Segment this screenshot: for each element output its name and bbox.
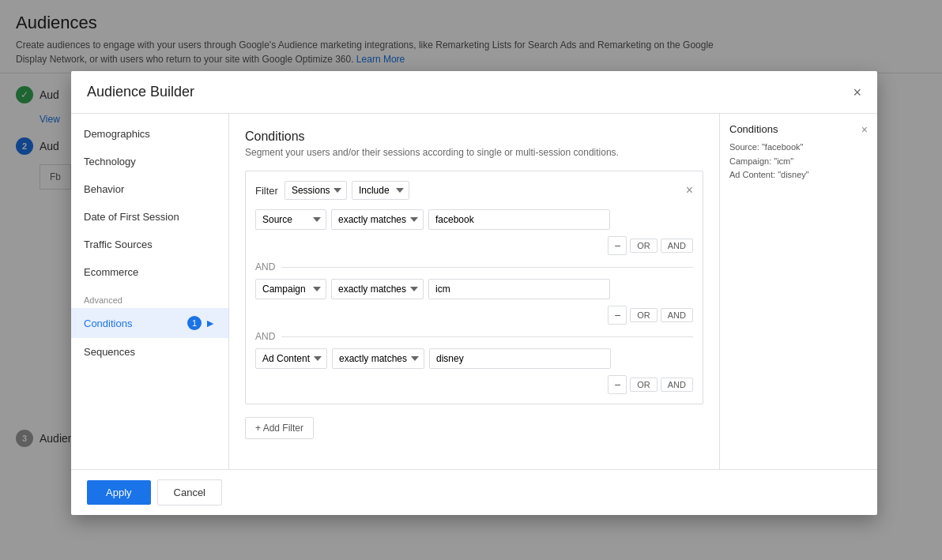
condition-and-button-3[interactable]: AND xyxy=(661,378,693,392)
condition-minus-button-1[interactable]: − xyxy=(608,236,627,255)
condition-row-2: Campaign exactly matches − OR AND xyxy=(255,279,693,325)
dialog-close-button[interactable]: × xyxy=(853,85,861,100)
sidebar-item-demographics[interactable]: Demographics xyxy=(71,120,228,148)
audience-builder-dialog: Audience Builder × Demographics Technolo… xyxy=(71,71,877,515)
sidebar-item-date-of-first-session[interactable]: Date of First Session xyxy=(71,203,228,231)
right-condition-line-1: Source: "facebook" xyxy=(729,141,868,155)
condition-buttons-3: − OR AND xyxy=(255,375,693,394)
condition-or-button-1[interactable]: OR xyxy=(630,239,658,253)
dialog-body: Demographics Technology Behavior Date of… xyxy=(71,114,877,469)
dialog-sidebar: Demographics Technology Behavior Date of… xyxy=(71,114,229,469)
advanced-group-label: Advanced xyxy=(71,286,228,308)
condition-buttons-1: − OR AND xyxy=(255,236,693,255)
condition-value-input-2[interactable] xyxy=(428,279,610,299)
filter-label: Filter xyxy=(255,185,278,197)
sidebar-item-ecommerce[interactable]: Ecommerce xyxy=(71,258,228,286)
dialog-title: Audience Builder xyxy=(87,84,194,100)
condition-operator-select-2[interactable]: exactly matches xyxy=(331,279,424,299)
right-panel-header: Conditions × xyxy=(729,123,868,136)
and-separator-2: AND xyxy=(255,331,693,342)
condition-field-select-3[interactable]: Ad Content xyxy=(255,348,327,369)
filter-block: Filter Sessions Users Include Exclude × xyxy=(245,171,703,404)
and-separator-1: AND xyxy=(255,261,693,272)
condition-operator-select-1[interactable]: exactly matches xyxy=(331,209,424,230)
dialog-right-panel: Conditions × Source: "facebook" Campaign… xyxy=(719,114,877,469)
conditions-arrow-icon: ► xyxy=(205,317,216,329)
filter-sessions-select[interactable]: Sessions Users xyxy=(284,181,347,200)
condition-and-button-2[interactable]: AND xyxy=(661,308,693,322)
condition-fields-2: Campaign exactly matches xyxy=(255,279,693,299)
condition-value-input-1[interactable] xyxy=(428,209,610,230)
right-panel-conditions-text: Source: "facebook" Campaign: "icm" Ad Co… xyxy=(729,141,868,182)
condition-value-input-3[interactable] xyxy=(429,348,611,369)
dialog-header: Audience Builder × xyxy=(71,71,877,114)
sidebar-item-behavior[interactable]: Behavior xyxy=(71,175,228,203)
add-filter-button[interactable]: + Add Filter xyxy=(245,417,314,439)
filter-header-row: Filter Sessions Users Include Exclude × xyxy=(255,181,693,200)
sidebar-item-sequences[interactable]: Sequences xyxy=(71,338,228,366)
condition-buttons-2: − OR AND xyxy=(255,306,693,325)
cancel-button[interactable]: Cancel xyxy=(157,479,222,506)
right-panel-close-button[interactable]: × xyxy=(861,123,868,136)
condition-field-select-1[interactable]: Source xyxy=(255,209,326,230)
sidebar-item-technology[interactable]: Technology xyxy=(71,148,228,175)
sidebar-item-traffic-sources[interactable]: Traffic Sources xyxy=(71,231,228,258)
condition-row-3: Ad Content exactly matches − OR AND xyxy=(255,348,693,394)
condition-fields-3: Ad Content exactly matches xyxy=(255,348,693,369)
apply-button[interactable]: Apply xyxy=(87,480,151,505)
condition-row-1: Source exactly matches − OR AND xyxy=(255,209,693,255)
condition-and-button-1[interactable]: AND xyxy=(661,239,693,253)
condition-operator-select-3[interactable]: exactly matches xyxy=(332,348,424,369)
condition-field-select-2[interactable]: Campaign xyxy=(255,279,326,299)
condition-or-button-2[interactable]: OR xyxy=(630,308,658,322)
dialog-main: Conditions Segment your users and/or the… xyxy=(229,114,719,469)
page-background: Audiences Create audiences to engage wit… xyxy=(0,0,942,560)
conditions-title: Conditions xyxy=(245,130,703,144)
right-condition-line-3: Ad Content: "disney" xyxy=(729,168,868,182)
conditions-badge: 1 xyxy=(187,316,202,330)
dialog-footer: Apply Cancel xyxy=(71,469,877,515)
condition-minus-button-2[interactable]: − xyxy=(608,306,627,325)
filter-include-select[interactable]: Include Exclude xyxy=(352,181,409,200)
condition-minus-button-3[interactable]: − xyxy=(608,375,627,394)
sidebar-item-conditions[interactable]: Conditions 1 ► xyxy=(71,308,228,338)
filter-close-button[interactable]: × xyxy=(686,183,693,197)
conditions-description: Segment your users and/or their sessions… xyxy=(245,147,703,158)
right-condition-line-2: Campaign: "icm" xyxy=(729,155,868,169)
right-panel-title: Conditions xyxy=(729,123,778,135)
condition-fields-1: Source exactly matches xyxy=(255,209,693,230)
condition-or-button-3[interactable]: OR xyxy=(630,378,658,392)
